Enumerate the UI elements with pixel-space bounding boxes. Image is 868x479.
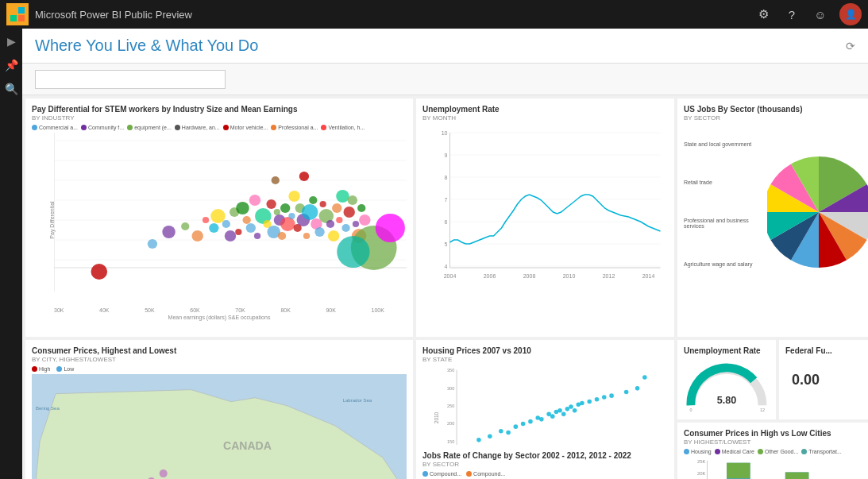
topbar-icons: ⚙ ? ☺ 👤: [754, 3, 862, 25]
svg-rect-2: [10, 15, 17, 21]
settings-icon[interactable]: ⚙: [754, 5, 773, 24]
svg-rect-0: [10, 7, 17, 14]
app-logo: [6, 3, 29, 25]
svg-rect-3: [18, 15, 25, 21]
topbar-title: Microsoft Power BI Public Preview: [35, 9, 754, 21]
topbar: Microsoft Power BI Public Preview ⚙ ? ☺ …: [0, 0, 868, 29]
avatar[interactable]: 👤: [839, 3, 862, 25]
svg-rect-1: [18, 7, 25, 14]
user-icon[interactable]: ☺: [811, 5, 830, 24]
help-icon[interactable]: ?: [782, 5, 801, 24]
